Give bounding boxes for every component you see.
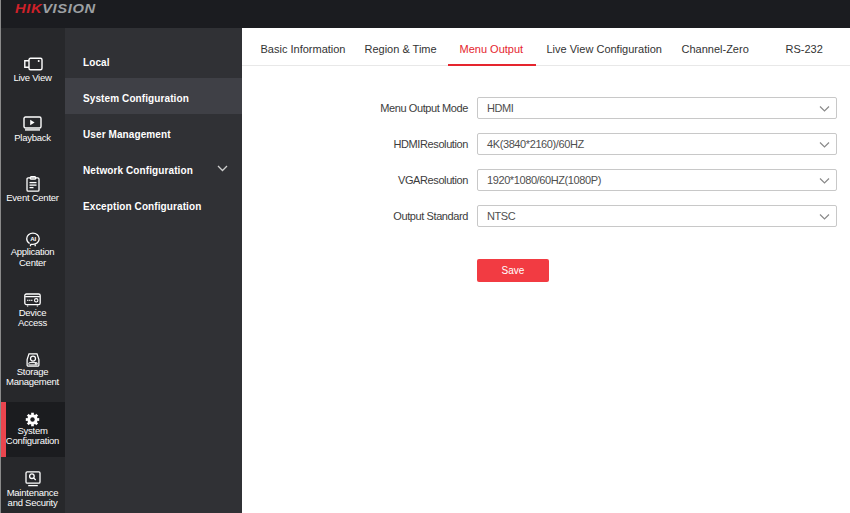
- svg-text:AI: AI: [30, 235, 36, 242]
